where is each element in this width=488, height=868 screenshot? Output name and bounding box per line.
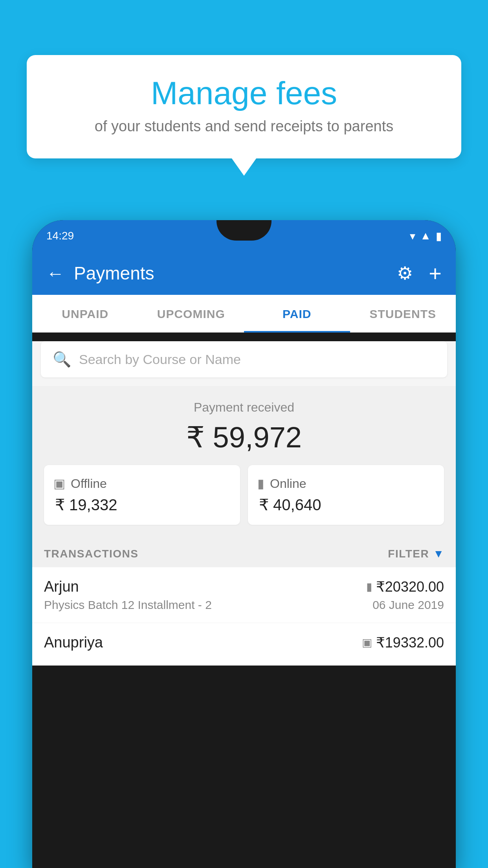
filter-button[interactable]: FILTER ▼ (388, 548, 444, 560)
add-button[interactable]: + (429, 261, 442, 286)
search-bar[interactable]: 🔍 Search by Course or Name (41, 341, 447, 377)
tab-bar: UNPAID UPCOMING PAID STUDENTS (32, 295, 456, 333)
table-row[interactable]: Anupriya ▣ ₹19332.00 (32, 623, 456, 666)
online-card: ▮ Online ₹ 40,640 (248, 465, 444, 525)
tab-students[interactable]: STUDENTS (350, 295, 456, 332)
offline-label: Offline (71, 476, 107, 491)
phone-mockup: 14:29 ▾ ▲ ▮ ← Payments ⚙ + UNPAID UPCOMI… (32, 220, 456, 868)
transaction-date: 06 June 2019 (372, 598, 444, 612)
transaction-course: Physics Batch 12 Installment - 2 (44, 598, 212, 612)
transaction-amount-wrap: ▮ ₹20320.00 (366, 579, 444, 595)
offline-payment-icon: ▣ (362, 636, 372, 649)
online-payment-icon: ▮ (366, 580, 372, 593)
tab-unpaid[interactable]: UNPAID (32, 295, 138, 332)
offline-card-header: ▣ Offline (53, 476, 231, 491)
offline-amount: ₹ 19,332 (55, 496, 231, 514)
bubble-title: Manage fees (50, 75, 438, 111)
bubble-subtitle: of your students and send receipts to pa… (50, 118, 438, 135)
tab-upcoming[interactable]: UPCOMING (138, 295, 244, 332)
online-icon: ▮ (257, 476, 264, 491)
transaction-name: Anupriya (44, 634, 103, 651)
transactions-header: TRANSACTIONS FILTER ▼ (32, 537, 456, 567)
transactions-label: TRANSACTIONS (44, 548, 138, 560)
status-time: 14:29 (46, 230, 74, 242)
app-header: ← Payments ⚙ + (32, 252, 456, 295)
search-input[interactable]: Search by Course or Name (79, 352, 241, 367)
online-amount: ₹ 40,640 (259, 496, 435, 514)
signal-icon: ▲ (420, 230, 431, 242)
wifi-icon: ▾ (410, 230, 415, 243)
payment-summary: Payment received ₹ 59,972 ▣ Offline ₹ 19… (32, 386, 456, 537)
online-label: Online (270, 476, 306, 491)
transaction-row-bottom: Physics Batch 12 Installment - 2 06 June… (44, 598, 444, 612)
filter-icon: ▼ (433, 548, 444, 560)
offline-icon: ▣ (53, 476, 65, 491)
offline-card: ▣ Offline ₹ 19,332 (44, 465, 240, 525)
battery-icon: ▮ (436, 230, 442, 243)
transaction-row-top: Anupriya ▣ ₹19332.00 (44, 634, 444, 651)
payment-cards: ▣ Offline ₹ 19,332 ▮ Online ₹ 40,640 (44, 465, 444, 525)
search-icon: 🔍 (53, 351, 71, 368)
filter-label: FILTER (388, 548, 429, 560)
transaction-row-top: Arjun ▮ ₹20320.00 (44, 578, 444, 595)
status-icons: ▾ ▲ ▮ (410, 230, 442, 243)
app-content: 🔍 Search by Course or Name Payment recei… (32, 341, 456, 666)
speech-bubble: Manage fees of your students and send re… (27, 55, 461, 158)
payment-received-label: Payment received (44, 400, 444, 415)
payment-total: ₹ 59,972 (44, 420, 444, 454)
page-title: Payments (74, 263, 387, 284)
online-card-header: ▮ Online (257, 476, 435, 491)
table-row[interactable]: Arjun ▮ ₹20320.00 Physics Batch 12 Insta… (32, 567, 456, 623)
tab-paid[interactable]: PAID (244, 295, 350, 332)
transaction-amount: ₹20320.00 (376, 579, 444, 595)
transaction-name: Arjun (44, 578, 79, 595)
transaction-amount-wrap: ▣ ₹19332.00 (362, 634, 444, 651)
transaction-amount: ₹19332.00 (376, 634, 444, 651)
settings-icon[interactable]: ⚙ (397, 263, 413, 284)
back-button[interactable]: ← (46, 263, 64, 284)
